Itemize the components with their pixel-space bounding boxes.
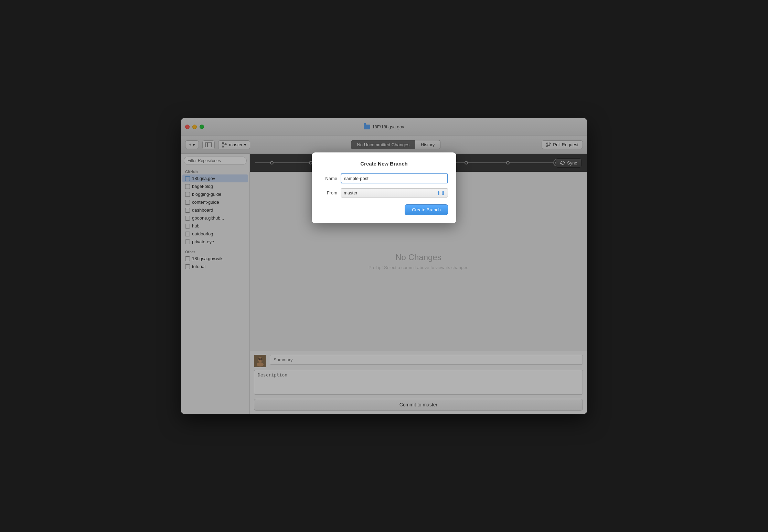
modal-name-row: Name: [320, 173, 448, 183]
from-branch-select[interactable]: master: [341, 188, 448, 198]
modal-title: Create New Branch: [320, 161, 448, 167]
branch-name-input[interactable]: [341, 173, 448, 183]
modal-from-label: From: [320, 190, 337, 195]
create-branch-button[interactable]: Create Branch: [405, 204, 448, 215]
modal-from-wrapper: master ⬆⬇: [341, 188, 448, 198]
modal-overlay: Create New Branch Name From master ⬆⬇ Cr…: [181, 118, 587, 414]
modal-footer: Create Branch: [320, 204, 448, 215]
modal-name-label: Name: [320, 176, 337, 181]
modal-from-row: From master ⬆⬇: [320, 188, 448, 198]
app-window: 18F/18f.gsa.gov + ▾ master ▾ No: [181, 118, 587, 414]
create-branch-modal: Create New Branch Name From master ⬆⬇ Cr…: [312, 152, 456, 223]
